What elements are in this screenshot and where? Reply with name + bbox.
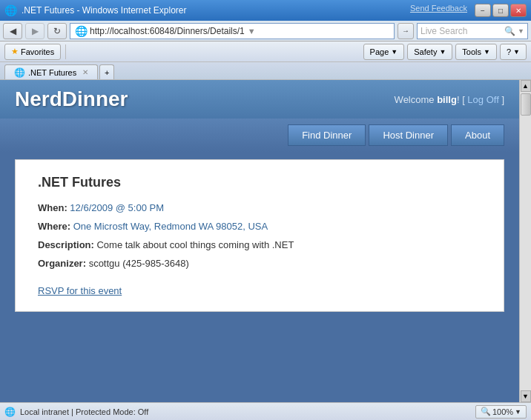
- about-button[interactable]: About: [451, 124, 504, 146]
- scrollbar-right: ▲ ▼: [519, 80, 531, 402]
- title-bar-left: 🌐 .NET Futures - Windows Internet Explor…: [4, 4, 187, 16]
- send-feedback-link[interactable]: Send Feedback: [410, 4, 467, 17]
- help-dropdown-icon: ▼: [513, 48, 520, 56]
- logoff-prefix: [: [460, 94, 468, 105]
- logoff-suffix: ]: [499, 94, 504, 105]
- safety-button[interactable]: Safety ▼: [407, 44, 452, 60]
- scroll-down-button[interactable]: ▼: [521, 390, 531, 402]
- zone-text: Local intranet | Protected Mode: Off: [20, 407, 148, 416]
- description-label: Description:: [38, 239, 94, 250]
- organizer-value: scottgu (425-985-3648): [89, 258, 189, 269]
- tools-dropdown-icon: ▼: [484, 48, 490, 56]
- favorites-button[interactable]: ★ Favorites: [4, 44, 61, 60]
- status-left: 🌐 Local intranet | Protected Mode: Off: [4, 407, 148, 417]
- restore-button[interactable]: □: [492, 4, 509, 17]
- title-bar: 🌐 .NET Futures - Windows Internet Explor…: [0, 0, 531, 21]
- zoom-dropdown-icon: ▼: [515, 408, 521, 416]
- scroll-up-button[interactable]: ▲: [521, 80, 531, 92]
- where-label: Where:: [38, 221, 70, 232]
- welcome-text: Welcome billg! [ Log Off ]: [395, 94, 504, 105]
- dinner-title: .NET Futures: [38, 175, 481, 190]
- zoom-button[interactable]: 🔍 100% ▼: [475, 405, 527, 419]
- description-value: Come talk about cool things coming with …: [96, 239, 294, 250]
- page-button[interactable]: Page ▼: [363, 44, 405, 60]
- back-button[interactable]: ◀: [3, 23, 22, 39]
- site-title: NerdDinner: [15, 87, 128, 111]
- zone-icon: 🌐: [4, 407, 16, 417]
- tab-net-futures[interactable]: 🌐 .NET Futures ✕: [4, 64, 98, 79]
- window-controls: Send Feedback − □ ✕: [410, 4, 527, 17]
- where-field: Where: One Microsft Way, Redmond WA 9805…: [38, 221, 481, 232]
- page-area: NerdDinner Welcome billg! [ Log Off ] Fi…: [0, 80, 519, 402]
- zoom-label: 100%: [492, 407, 513, 416]
- window-title: .NET Futures - Windows Internet Explorer: [22, 5, 187, 16]
- when-label: When:: [38, 202, 67, 213]
- safety-label: Safety: [414, 47, 437, 56]
- page-label: Page: [370, 47, 389, 56]
- scroll-thumb[interactable]: [521, 93, 531, 116]
- logoff-link[interactable]: Log Off: [467, 94, 498, 105]
- tab-label: .NET Futures: [28, 68, 76, 77]
- when-field: When: 12/6/2009 @ 5:00 PM: [38, 202, 481, 213]
- page-dropdown-icon: ▼: [391, 48, 398, 56]
- site-header: NerdDinner Welcome billg! [ Log Off ]: [0, 80, 519, 119]
- zoom-icon: 🔍: [481, 407, 491, 416]
- welcome-area: Welcome billg! [ Log Off ]: [395, 94, 504, 105]
- toolbar-divider: [65, 44, 66, 59]
- dinner-card: .NET Futures When: 12/6/2009 @ 5:00 PM W…: [15, 159, 504, 312]
- nav-buttons: Find Dinner Host Dinner About: [0, 119, 519, 152]
- new-tab-button[interactable]: +: [99, 64, 114, 79]
- toolbar-right: Page ▼ Safety ▼ Tools ▼ ? ▼: [363, 44, 527, 60]
- go-button[interactable]: →: [398, 23, 414, 39]
- toolbar: ★ Favorites Page ▼ Safety ▼ Tools ▼ ? ▼: [0, 41, 531, 62]
- status-right: 🔍 100% ▼: [475, 405, 527, 419]
- search-placeholder[interactable]: Live Search: [420, 26, 502, 36]
- address-text: http://localhost:60848/Dinners/Details/1: [90, 26, 245, 36]
- tools-button[interactable]: Tools ▼: [455, 44, 497, 60]
- status-bar: 🌐 Local intranet | Protected Mode: Off 🔍…: [0, 402, 531, 420]
- host-dinner-button[interactable]: Host Dinner: [369, 124, 448, 146]
- browser-chrome: NerdDinner Welcome billg! [ Log Off ] Fi…: [0, 80, 531, 402]
- find-dinner-button[interactable]: Find Dinner: [288, 124, 366, 146]
- refresh-button[interactable]: ↻: [47, 23, 67, 39]
- minimize-button[interactable]: −: [475, 4, 491, 17]
- tools-label: Tools: [462, 47, 481, 56]
- help-icon: ?: [507, 47, 511, 56]
- help-button[interactable]: ? ▼: [500, 44, 527, 60]
- address-dropdown-icon[interactable]: ▼: [248, 27, 256, 36]
- address-bar: ◀ ▶ ↻ 🌐 http://localhost:60848/Dinners/D…: [0, 21, 531, 41]
- tab-bar: 🌐 .NET Futures ✕ +: [0, 62, 531, 80]
- tab-close-icon[interactable]: ✕: [82, 68, 88, 76]
- username: billg: [437, 94, 457, 105]
- address-input[interactable]: 🌐 http://localhost:60848/Dinners/Details…: [70, 23, 395, 39]
- description-field: Description: Come talk about cool things…: [38, 239, 481, 250]
- address-ie-icon: 🌐: [75, 25, 88, 37]
- close-button[interactable]: ✕: [510, 4, 527, 17]
- content-area: .NET Futures When: 12/6/2009 @ 5:00 PM W…: [0, 152, 519, 402]
- search-dropdown-icon[interactable]: ▼: [518, 27, 524, 35]
- welcome-prefix: Welcome: [395, 94, 438, 105]
- safety-dropdown-icon: ▼: [439, 48, 446, 56]
- forward-button[interactable]: ▶: [25, 23, 44, 39]
- when-value: 12/6/2009 @ 5:00 PM: [70, 202, 164, 213]
- favorites-label: Favorites: [21, 47, 54, 56]
- rsvp-link[interactable]: RSVP for this event: [38, 285, 122, 296]
- star-icon: ★: [11, 47, 19, 56]
- organizer-label: Organizer:: [38, 258, 86, 269]
- tab-ie-icon: 🌐: [14, 67, 25, 78]
- organizer-field: Organizer: scottgu (425-985-3648): [38, 258, 481, 269]
- search-icon[interactable]: 🔍: [504, 26, 515, 36]
- ie-logo-icon: 🌐: [4, 4, 17, 16]
- rsvp-area: RSVP for this event: [38, 278, 481, 296]
- where-value: One Microsft Way, Redmond WA 98052, USA: [73, 221, 268, 232]
- search-box: Live Search 🔍 ▼: [417, 23, 528, 39]
